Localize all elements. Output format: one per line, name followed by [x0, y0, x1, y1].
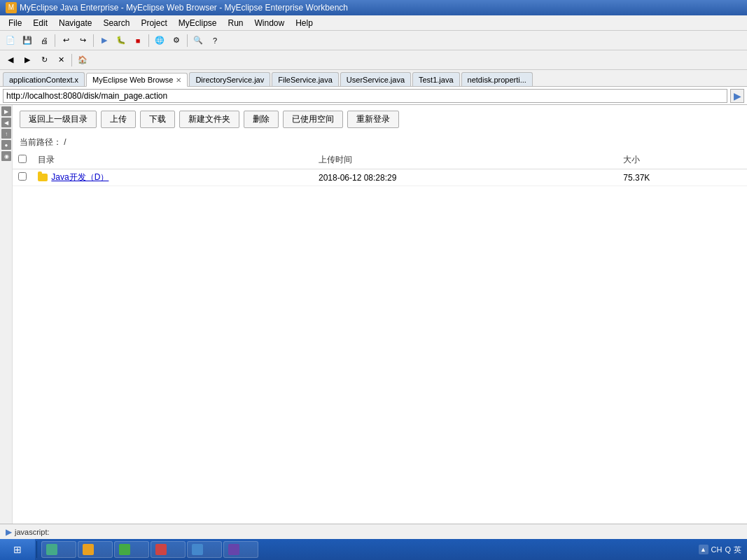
tab-close-1[interactable]: ✕ — [176, 76, 181, 84]
tb-save[interactable]: 💾 — [20, 33, 35, 48]
menu-help[interactable]: Help — [290, 17, 319, 29]
tab-directory-service[interactable]: DirectoryService.jav — [189, 72, 270, 86]
tab-label-2: DirectoryService.jav — [195, 76, 264, 84]
path-value: / — [64, 137, 66, 147]
toolbar-2: ◀ ▶ ↻ ✕ 🏠 — [0, 50, 747, 70]
main-area: ▶ ◀ ↑ ● ◉ 返回上一级目录 上传 下载 新建文件夹 删除 已使用空间 重… — [0, 105, 747, 560]
tab-label-3: FileService.java — [278, 76, 333, 84]
folder-icon — [38, 174, 48, 181]
tb-debug[interactable]: 🐛 — [113, 33, 129, 48]
taskbar-item-4[interactable] — [151, 541, 186, 558]
menu-navigate[interactable]: Navigate — [53, 17, 97, 29]
menu-file[interactable]: File — [3, 17, 27, 29]
taskbar-item-3[interactable] — [114, 541, 149, 558]
tb2-back[interactable]: ◀ — [3, 52, 18, 68]
sidebar-icon-4[interactable]: ● — [1, 140, 11, 150]
used-space-button[interactable]: 已使用空间 — [283, 111, 343, 128]
new-folder-button[interactable]: 新建文件夹 — [179, 111, 239, 128]
taskbar-item-6[interactable] — [223, 541, 258, 558]
tab-user-service[interactable]: UserService.java — [340, 72, 411, 86]
col-time-header: 上传时间 — [313, 151, 617, 169]
row-checkbox-cell — [13, 169, 32, 186]
sidebar-icon-5[interactable]: ◉ — [1, 151, 11, 161]
taskbar-item-2[interactable] — [78, 541, 113, 558]
tb-print[interactable]: 🖨 — [36, 33, 52, 48]
tb-settings[interactable]: ⚙ — [169, 33, 184, 48]
tab-application-context[interactable]: applicationContext.x — [3, 72, 85, 86]
select-all-checkbox[interactable] — [18, 155, 27, 163]
tb-stop[interactable]: ■ — [130, 33, 146, 48]
sidebar: ▶ ◀ ↑ ● ◉ — [0, 105, 13, 560]
row-checkbox[interactable] — [18, 172, 27, 181]
tb-sep-1 — [55, 34, 55, 47]
taskbar-item-5[interactable] — [187, 541, 222, 558]
tray-ime: CH — [711, 545, 722, 554]
sidebar-icon-2[interactable]: ◀ — [1, 118, 11, 127]
window-title: MyEclipse Java Enterprise - MyEclipse We… — [20, 3, 348, 13]
address-bar: ▶ — [0, 87, 747, 105]
taskbar-icon-5 — [192, 544, 203, 555]
tb-open-browser[interactable]: 🌐 — [152, 33, 167, 48]
tab-label-1: MyEclipse Web Browse — [92, 76, 173, 84]
menu-project[interactable]: Project — [135, 17, 172, 29]
status-left: ▶ javascript: — [6, 527, 50, 537]
tab-label-4: UserService.java — [347, 76, 405, 84]
tb2-forward[interactable]: ▶ — [20, 52, 35, 68]
go-back-button[interactable]: 返回上一级目录 — [20, 111, 97, 128]
tab-netdisk[interactable]: netdisk.properti... — [461, 72, 533, 86]
tb-undo[interactable]: ↩ — [58, 33, 74, 48]
upload-button[interactable]: 上传 — [101, 111, 136, 128]
tab-web-browser[interactable]: MyEclipse Web Browse ✕ — [86, 73, 188, 87]
taskbar-items — [39, 541, 693, 558]
tab-test1[interactable]: Test1.java — [412, 72, 460, 86]
taskbar-icon-3 — [119, 544, 130, 555]
menu-search[interactable]: Search — [97, 17, 135, 29]
tab-label-5: Test1.java — [419, 76, 454, 84]
tb-sep-3 — [148, 34, 149, 47]
taskbar-sep — [36, 541, 37, 558]
menu-bar: File Edit Navigate Search Project MyEcli… — [0, 15, 747, 31]
row-name-cell: Java开发（D） — [32, 169, 313, 186]
row-time-cell: 2018-06-12 08:28:29 — [313, 169, 617, 186]
go-button[interactable]: ▶ — [730, 89, 744, 103]
tray-lang: Q — [725, 545, 731, 554]
folder-link[interactable]: Java开发（D） — [51, 172, 109, 182]
tb-run[interactable]: ▶ — [97, 33, 112, 48]
menu-myeclipse[interactable]: MyEclipse — [173, 17, 223, 29]
tb-redo[interactable]: ↪ — [75, 33, 90, 48]
menu-run[interactable]: Run — [222, 17, 249, 29]
tab-label-6: netdisk.properti... — [468, 76, 526, 84]
sidebar-icon-3[interactable]: ↑ — [1, 129, 11, 139]
tb-help[interactable]: ? — [207, 33, 223, 48]
tb-search[interactable]: 🔍 — [190, 33, 206, 48]
title-bar: M MyEclipse Java Enterprise - MyEclipse … — [0, 0, 747, 15]
row-upload-time: 2018-06-12 08:28:29 — [319, 173, 396, 183]
tb2-stop[interactable]: ✕ — [53, 52, 69, 68]
row-size-cell: 75.37K — [617, 169, 747, 186]
tray-input: 英 — [734, 545, 741, 555]
tb-new[interactable]: 📄 — [3, 33, 18, 48]
tb2-home[interactable]: 🏠 — [75, 52, 90, 68]
tab-bar: applicationContext.x MyEclipse Web Brows… — [0, 70, 747, 87]
tb2-reload[interactable]: ↻ — [36, 52, 52, 68]
content-area: 返回上一级目录 上传 下载 新建文件夹 删除 已使用空间 重新登录 当前路径： … — [13, 105, 747, 560]
menu-window[interactable]: Window — [249, 17, 291, 29]
app-icon: M — [6, 2, 17, 13]
path-bar: 当前路径： / — [13, 134, 747, 151]
tray-expand[interactable]: ▲ — [699, 545, 708, 554]
relogin-button[interactable]: 重新登录 — [347, 111, 399, 128]
menu-edit[interactable]: Edit — [27, 17, 53, 29]
taskbar: ⊞ ▲ CH Q 英 — [0, 539, 747, 560]
tab-label-0: applicationContext.x — [9, 76, 78, 84]
taskbar-item-1[interactable] — [41, 541, 76, 558]
download-button[interactable]: 下载 — [140, 111, 175, 128]
delete-button[interactable]: 删除 — [244, 111, 279, 128]
start-button[interactable]: ⊞ — [0, 539, 35, 560]
address-input[interactable] — [3, 89, 727, 103]
tab-file-service[interactable]: FileService.java — [272, 72, 339, 86]
toolbar-1: 📄 💾 🖨 ↩ ↪ ▶ 🐛 ■ 🌐 ⚙ 🔍 ? — [0, 31, 747, 50]
status-icon: ▶ — [6, 527, 12, 537]
table-row: Java开发（D） 2018-06-12 08:28:29 75.37K — [13, 169, 747, 186]
table-header-row: 目录 上传时间 大小 — [13, 151, 747, 169]
sidebar-icon-1[interactable]: ▶ — [1, 106, 11, 116]
